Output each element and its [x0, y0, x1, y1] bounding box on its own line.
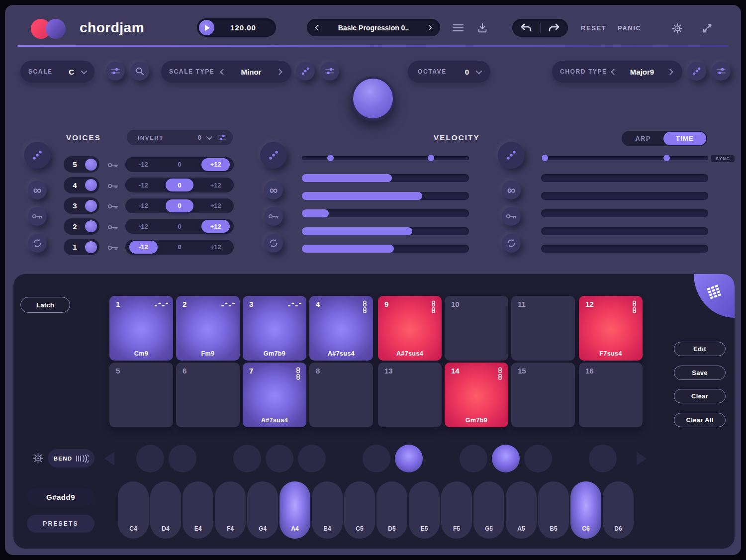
velocity-bar-track[interactable] [302, 227, 469, 235]
randomize-voices-button[interactable] [24, 142, 51, 169]
octave-option[interactable]: +12 [201, 199, 230, 212]
voice-3-pill[interactable]: 3 [64, 197, 99, 214]
key-D6[interactable]: D6 [603, 481, 634, 539]
time-bar-track[interactable] [541, 192, 708, 200]
key-A4[interactable]: A4 [280, 481, 310, 539]
edit-button[interactable]: Edit [674, 342, 726, 356]
time-range-handle[interactable] [542, 155, 548, 161]
octave-option[interactable]: -12 [129, 220, 158, 233]
pad-10[interactable]: 10 [445, 296, 508, 361]
key-D4[interactable]: D4 [150, 481, 181, 539]
key-C#4[interactable] [136, 445, 164, 472]
time-bar-track[interactable] [541, 174, 708, 182]
voice-1-pill[interactable]: 1 [64, 239, 99, 255]
time-bar-track[interactable] [541, 227, 708, 235]
randomize-velocity-button[interactable] [260, 142, 287, 169]
key-F4[interactable]: F4 [215, 481, 246, 539]
clear-button[interactable]: Clear [674, 389, 726, 403]
octave-option[interactable]: -12 [129, 179, 158, 191]
keylock-velocity-button[interactable] [264, 207, 283, 226]
voice-5-octave-selector[interactable]: -120+12 [125, 157, 234, 172]
voice-2-pill[interactable]: 2 [64, 218, 99, 235]
octave-option[interactable]: 0 [166, 179, 194, 191]
randomize-time-button[interactable] [498, 142, 525, 169]
voice-1-octave-selector[interactable]: -120+12 [125, 240, 234, 255]
key-F#4[interactable] [233, 445, 261, 472]
time-bar-track[interactable] [541, 245, 708, 253]
keylock-voices-button[interactable] [28, 207, 47, 226]
velocity-bar-track[interactable] [302, 174, 469, 182]
cycle-time-button[interactable] [502, 234, 521, 253]
octave-option[interactable]: 0 [166, 220, 194, 233]
pad-3[interactable]: 3Gm7b9 [243, 296, 306, 361]
octave-option[interactable]: +12 [201, 220, 230, 233]
pad-12[interactable]: 12F7sus4 [579, 296, 643, 361]
octave-option[interactable]: +12 [201, 241, 230, 254]
velocity-range-handle[interactable] [327, 155, 334, 161]
pad-16[interactable]: 16 [579, 363, 643, 427]
save-button[interactable]: Save [674, 366, 726, 380]
octave-option[interactable]: -12 [129, 199, 158, 212]
key-A5[interactable]: A5 [506, 481, 537, 539]
key-B5[interactable]: B5 [538, 481, 569, 539]
key-A#4[interactable] [298, 445, 326, 472]
voice-toggle[interactable] [85, 220, 97, 232]
key-G#4[interactable] [266, 445, 293, 472]
voice-4-pill[interactable]: 4 [64, 177, 99, 193]
octave-option[interactable]: 0 [166, 199, 194, 212]
key-F#5[interactable] [460, 445, 487, 472]
key-G#5[interactable] [492, 445, 520, 472]
clear-all-button[interactable]: Clear All [674, 413, 726, 427]
key-C4[interactable]: C4 [118, 481, 149, 539]
octave-option[interactable]: +12 [201, 158, 230, 171]
octave-option[interactable]: +12 [201, 179, 230, 191]
velocity-bar-track[interactable] [302, 245, 469, 253]
octave-option[interactable]: 0 [166, 158, 194, 171]
key-C5[interactable]: C5 [344, 481, 375, 539]
key-D#5[interactable] [395, 445, 423, 472]
keylock-time-button[interactable] [502, 207, 521, 226]
key-C#5[interactable] [363, 445, 390, 472]
voice-4-octave-selector[interactable]: -120+12 [125, 178, 234, 192]
infinity-time-button[interactable]: ∞ [502, 181, 521, 199]
voice-toggle[interactable] [85, 159, 97, 171]
pad-14[interactable]: 14Gm7b9 [445, 363, 508, 427]
cycle-voices-button[interactable] [28, 234, 47, 253]
pad-6[interactable]: 6 [176, 363, 240, 427]
pad-2[interactable]: 2Fm9 [176, 296, 240, 361]
key-G4[interactable]: G4 [247, 481, 278, 539]
octave-option[interactable]: -12 [129, 158, 158, 171]
key-D#4[interactable] [169, 445, 196, 472]
pad-13[interactable]: 13 [378, 363, 442, 427]
voice-5-pill[interactable]: 5 [64, 156, 99, 173]
pad-7[interactable]: 7A#7sus4 [243, 363, 306, 427]
pad-4[interactable]: 4A#7sus4 [309, 296, 373, 361]
voice-toggle[interactable] [85, 200, 97, 212]
infinity-velocity-button[interactable]: ∞ [264, 181, 283, 199]
time-range-slider[interactable] [541, 156, 708, 160]
time-range-handle[interactable] [663, 155, 670, 161]
key-B4[interactable]: B4 [312, 481, 343, 539]
pad-15[interactable]: 15 [511, 363, 575, 427]
key-A#5[interactable] [524, 445, 552, 472]
key-C6[interactable]: C6 [570, 481, 601, 539]
pad-9[interactable]: 9A#7sus4 [378, 296, 442, 361]
octave-option[interactable]: 0 [166, 241, 194, 254]
voice-3-octave-selector[interactable]: -120+12 [125, 198, 234, 213]
key-C#6[interactable] [589, 445, 617, 472]
velocity-range-handle[interactable] [428, 155, 434, 161]
key-F5[interactable]: F5 [441, 481, 472, 539]
velocity-bar-track[interactable] [302, 192, 469, 200]
infinity-voices-button[interactable]: ∞ [28, 181, 47, 199]
octave-option[interactable]: -12 [129, 241, 158, 254]
key-E4[interactable]: E4 [183, 481, 213, 539]
pad-8[interactable]: 8 [309, 363, 373, 427]
key-D5[interactable]: D5 [376, 481, 407, 539]
voice-toggle[interactable] [85, 179, 97, 191]
voice-2-octave-selector[interactable]: -120+12 [125, 219, 234, 234]
pad-5[interactable]: 5 [109, 363, 173, 427]
key-E5[interactable]: E5 [409, 481, 440, 539]
voice-toggle[interactable] [85, 241, 97, 253]
key-G5[interactable]: G5 [473, 481, 504, 539]
time-bar-track[interactable] [541, 209, 708, 217]
